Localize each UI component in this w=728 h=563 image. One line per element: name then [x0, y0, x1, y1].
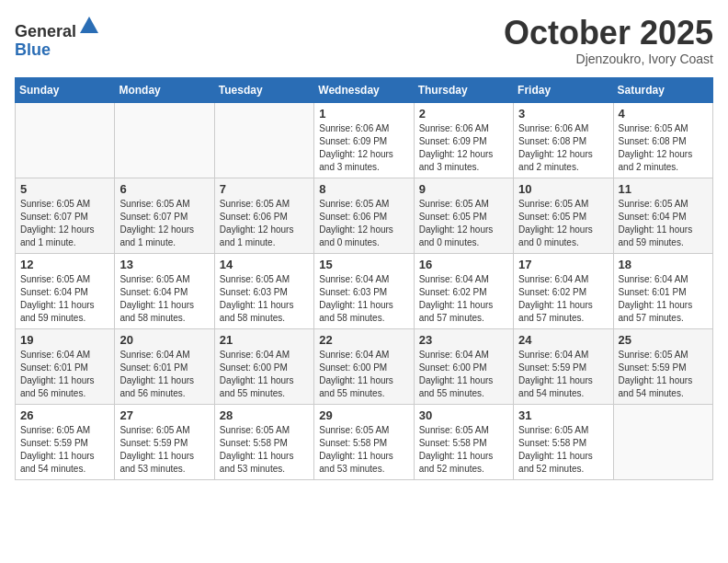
calendar-cell: 25Sunrise: 6:05 AM Sunset: 5:59 PM Dayli…: [613, 328, 712, 404]
col-header-friday: Friday: [514, 77, 613, 102]
day-number: 15: [319, 258, 408, 271]
calendar-cell: 8Sunrise: 6:05 AM Sunset: 6:06 PM Daylig…: [314, 178, 414, 253]
calendar-cell: 7Sunrise: 6:05 AM Sunset: 6:06 PM Daylig…: [214, 178, 313, 253]
calendar-cell: 10Sunrise: 6:05 AM Sunset: 6:05 PM Dayli…: [514, 178, 613, 253]
day-number: 19: [20, 333, 109, 347]
calendar-cell: [16, 102, 115, 178]
logo-blue-text: Blue: [15, 40, 51, 59]
calendar-week-2: 5Sunrise: 6:05 AM Sunset: 6:07 PM Daylig…: [16, 178, 713, 253]
col-header-monday: Monday: [115, 77, 214, 102]
calendar-week-1: 1Sunrise: 6:06 AM Sunset: 6:09 PM Daylig…: [16, 102, 713, 178]
calendar-cell: 23Sunrise: 6:04 AM Sunset: 6:00 PM Dayli…: [414, 328, 513, 404]
day-info: Sunrise: 6:05 AM Sunset: 5:58 PM Dayligh…: [319, 424, 408, 476]
day-number: 3: [518, 107, 608, 121]
svg-marker-0: [80, 17, 98, 33]
day-number: 25: [619, 333, 708, 347]
calendar-cell: 9Sunrise: 6:05 AM Sunset: 6:05 PM Daylig…: [414, 178, 513, 253]
calendar-cell: 17Sunrise: 6:04 AM Sunset: 6:02 PM Dayli…: [514, 253, 613, 328]
day-number: 20: [119, 333, 209, 347]
day-info: Sunrise: 6:05 AM Sunset: 6:04 PM Dayligh…: [20, 273, 109, 325]
day-number: 28: [220, 408, 309, 422]
calendar-cell: 26Sunrise: 6:05 AM Sunset: 5:59 PM Dayli…: [16, 404, 115, 479]
day-number: 11: [619, 182, 708, 196]
calendar-week-4: 19Sunrise: 6:04 AM Sunset: 6:01 PM Dayli…: [16, 328, 713, 404]
day-info: Sunrise: 6:04 AM Sunset: 6:01 PM Dayligh…: [619, 273, 708, 325]
col-header-tuesday: Tuesday: [214, 77, 313, 102]
day-number: 21: [220, 333, 309, 347]
calendar-cell: 14Sunrise: 6:05 AM Sunset: 6:03 PM Dayli…: [214, 253, 313, 328]
calendar-cell: 1Sunrise: 6:06 AM Sunset: 6:09 PM Daylig…: [314, 102, 414, 178]
day-number: 22: [319, 333, 408, 347]
day-number: 12: [20, 258, 109, 271]
day-info: Sunrise: 6:05 AM Sunset: 5:58 PM Dayligh…: [518, 424, 608, 476]
month-title: October 2025: [504, 15, 713, 52]
calendar-cell: 29Sunrise: 6:05 AM Sunset: 5:58 PM Dayli…: [314, 404, 414, 479]
col-header-saturday: Saturday: [613, 77, 712, 102]
day-number: 8: [319, 182, 408, 196]
day-info: Sunrise: 6:05 AM Sunset: 5:59 PM Dayligh…: [20, 424, 109, 476]
day-info: Sunrise: 6:04 AM Sunset: 6:02 PM Dayligh…: [419, 273, 508, 325]
day-info: Sunrise: 6:06 AM Sunset: 6:08 PM Dayligh…: [518, 122, 608, 174]
calendar-cell: [214, 102, 313, 178]
calendar-cell: 15Sunrise: 6:04 AM Sunset: 6:03 PM Dayli…: [314, 253, 414, 328]
day-info: Sunrise: 6:04 AM Sunset: 6:03 PM Dayligh…: [319, 273, 408, 325]
day-info: Sunrise: 6:04 AM Sunset: 6:01 PM Dayligh…: [20, 349, 109, 400]
calendar-header-row: SundayMondayTuesdayWednesdayThursdayFrid…: [16, 77, 713, 102]
calendar-cell: 3Sunrise: 6:06 AM Sunset: 6:08 PM Daylig…: [514, 102, 613, 178]
calendar-cell: 16Sunrise: 6:04 AM Sunset: 6:02 PM Dayli…: [414, 253, 513, 328]
day-info: Sunrise: 6:05 AM Sunset: 6:06 PM Dayligh…: [319, 198, 408, 249]
calendar-cell: 22Sunrise: 6:04 AM Sunset: 6:00 PM Dayli…: [314, 328, 414, 404]
day-number: 18: [619, 258, 708, 271]
calendar-cell: 31Sunrise: 6:05 AM Sunset: 5:58 PM Dayli…: [514, 404, 613, 479]
day-number: 31: [518, 408, 608, 422]
title-block: October 2025 Djenzoukro, Ivory Coast: [504, 15, 713, 66]
location-text: Djenzoukro, Ivory Coast: [504, 52, 713, 66]
day-info: Sunrise: 6:05 AM Sunset: 5:58 PM Dayligh…: [220, 424, 309, 476]
calendar-cell: 18Sunrise: 6:04 AM Sunset: 6:01 PM Dayli…: [613, 253, 712, 328]
day-number: 1: [319, 107, 408, 121]
calendar-week-3: 12Sunrise: 6:05 AM Sunset: 6:04 PM Dayli…: [16, 253, 713, 328]
day-info: Sunrise: 6:04 AM Sunset: 5:59 PM Dayligh…: [518, 349, 608, 400]
day-number: 23: [419, 333, 508, 347]
day-info: Sunrise: 6:05 AM Sunset: 5:59 PM Dayligh…: [619, 349, 708, 400]
day-number: 26: [20, 408, 109, 422]
day-info: Sunrise: 6:05 AM Sunset: 6:06 PM Dayligh…: [220, 198, 309, 249]
day-info: Sunrise: 6:05 AM Sunset: 5:59 PM Dayligh…: [119, 424, 209, 476]
day-info: Sunrise: 6:04 AM Sunset: 6:00 PM Dayligh…: [319, 349, 408, 400]
calendar-cell: 28Sunrise: 6:05 AM Sunset: 5:58 PM Dayli…: [214, 404, 313, 479]
day-info: Sunrise: 6:05 AM Sunset: 6:04 PM Dayligh…: [619, 198, 708, 249]
day-number: 6: [119, 182, 209, 196]
day-number: 17: [518, 258, 608, 271]
calendar-cell: 30Sunrise: 6:05 AM Sunset: 5:58 PM Dayli…: [414, 404, 513, 479]
calendar-cell: 19Sunrise: 6:04 AM Sunset: 6:01 PM Dayli…: [16, 328, 115, 404]
day-number: 13: [119, 258, 209, 271]
day-info: Sunrise: 6:05 AM Sunset: 6:05 PM Dayligh…: [419, 198, 508, 249]
day-info: Sunrise: 6:05 AM Sunset: 6:08 PM Dayligh…: [619, 122, 708, 174]
calendar-cell: 24Sunrise: 6:04 AM Sunset: 5:59 PM Dayli…: [514, 328, 613, 404]
day-number: 4: [619, 107, 708, 121]
day-info: Sunrise: 6:06 AM Sunset: 6:09 PM Dayligh…: [319, 122, 408, 174]
calendar-cell: 20Sunrise: 6:04 AM Sunset: 6:01 PM Dayli…: [115, 328, 214, 404]
day-info: Sunrise: 6:05 AM Sunset: 6:04 PM Dayligh…: [119, 273, 209, 325]
day-info: Sunrise: 6:05 AM Sunset: 6:07 PM Dayligh…: [20, 198, 109, 249]
day-info: Sunrise: 6:05 AM Sunset: 5:58 PM Dayligh…: [419, 424, 508, 476]
day-number: 2: [419, 107, 508, 121]
logo-general-text: General: [15, 22, 76, 40]
logo-icon: [78, 15, 100, 37]
calendar-cell: 13Sunrise: 6:05 AM Sunset: 6:04 PM Dayli…: [115, 253, 214, 328]
day-number: 30: [419, 408, 508, 422]
calendar-cell: [613, 404, 712, 479]
day-info: Sunrise: 6:05 AM Sunset: 6:07 PM Dayligh…: [119, 198, 209, 249]
calendar-cell: 4Sunrise: 6:05 AM Sunset: 6:08 PM Daylig…: [613, 102, 712, 178]
calendar-cell: 6Sunrise: 6:05 AM Sunset: 6:07 PM Daylig…: [115, 178, 214, 253]
calendar-cell: 2Sunrise: 6:06 AM Sunset: 6:09 PM Daylig…: [414, 102, 513, 178]
calendar-cell: [115, 102, 214, 178]
day-number: 9: [419, 182, 508, 196]
calendar-table: SundayMondayTuesdayWednesdayThursdayFrid…: [15, 77, 713, 480]
day-number: 7: [220, 182, 309, 196]
page-header: General Blue October 2025 Djenzoukro, Iv…: [15, 15, 713, 66]
col-header-sunday: Sunday: [16, 77, 115, 102]
day-info: Sunrise: 6:04 AM Sunset: 6:00 PM Dayligh…: [419, 349, 508, 400]
day-number: 24: [518, 333, 608, 347]
day-info: Sunrise: 6:04 AM Sunset: 6:00 PM Dayligh…: [220, 349, 309, 400]
